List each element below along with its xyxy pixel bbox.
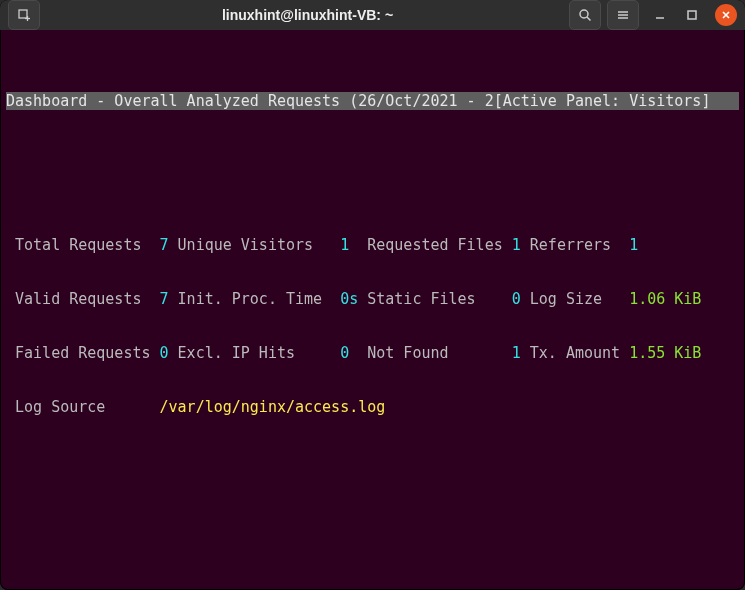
label-requested-files: Requested Files: [367, 236, 502, 254]
value-failed-requests: 0: [160, 344, 169, 362]
label-referrers: Referrers: [530, 236, 611, 254]
value-referrers: 1: [629, 236, 638, 254]
label-excl-ip-hits: Excl. IP Hits: [178, 344, 295, 362]
svg-line-11: [723, 12, 729, 18]
svg-rect-0: [19, 10, 27, 18]
minimize-button[interactable]: [651, 6, 669, 24]
svg-line-4: [587, 17, 591, 21]
search-button[interactable]: [569, 0, 601, 30]
svg-line-10: [723, 12, 729, 18]
dashboard-header-bar: Dashboard - Overall Analyzed Requests (2…: [6, 92, 739, 110]
value-unique-visitors: 1: [340, 236, 349, 254]
value-tx-amount: 1.55 KiB: [629, 344, 701, 362]
svg-point-3: [580, 10, 588, 18]
value-not-found: 1: [512, 344, 521, 362]
hamburger-menu-button[interactable]: [607, 0, 639, 30]
label-unique-visitors: Unique Visitors: [178, 236, 313, 254]
window-title: linuxhint@linuxhint-VB: ~: [46, 7, 569, 23]
terminal-content[interactable]: Dashboard - Overall Analyzed Requests (2…: [0, 30, 745, 590]
titlebar: linuxhint@linuxhint-VB: ~: [0, 0, 745, 30]
stats-row-2: Valid Requests 7 Init. Proc. Time 0s Sta…: [6, 290, 739, 308]
label-static-files: Static Files: [367, 290, 475, 308]
label-failed-requests: Failed Requests: [15, 344, 150, 362]
label-init-proc-time: Init. Proc. Time: [178, 290, 323, 308]
value-init-proc-time: 0s: [340, 290, 358, 308]
value-requested-files: 1: [512, 236, 521, 254]
terminal-window: linuxhint@linuxhint-VB: ~ Dashboard - Ov…: [0, 0, 745, 590]
label-tx-amount: Tx. Amount: [530, 344, 620, 362]
label-total-requests: Total Requests: [15, 236, 141, 254]
value-excl-ip-hits: 0: [340, 344, 349, 362]
value-total-requests: 7: [160, 236, 169, 254]
label-log-size: Log Size: [530, 290, 602, 308]
new-tab-button[interactable]: [8, 0, 40, 30]
active-panel-label: [Active Panel: Visitors]: [494, 92, 711, 110]
label-valid-requests: Valid Requests: [15, 290, 141, 308]
stats-row-3: Failed Requests 0 Excl. IP Hits 0 Not Fo…: [6, 344, 739, 362]
maximize-button[interactable]: [683, 6, 701, 24]
value-log-source: /var/log/nginx/access.log: [160, 398, 386, 416]
label-log-source: Log Source: [15, 398, 105, 416]
stats-row-4: Log Source /var/log/nginx/access.log: [6, 398, 739, 416]
dashboard-header-left: Dashboard - Overall Analyzed Requests (2…: [6, 92, 494, 110]
svg-rect-9: [688, 11, 696, 19]
value-static-files: 0: [512, 290, 521, 308]
value-log-size: 1.06 KiB: [629, 290, 701, 308]
stats-row-1: Total Requests 7 Unique Visitors 1 Reque…: [6, 236, 739, 254]
label-not-found: Not Found: [367, 344, 448, 362]
close-button[interactable]: [715, 4, 737, 26]
value-valid-requests: 7: [160, 290, 169, 308]
